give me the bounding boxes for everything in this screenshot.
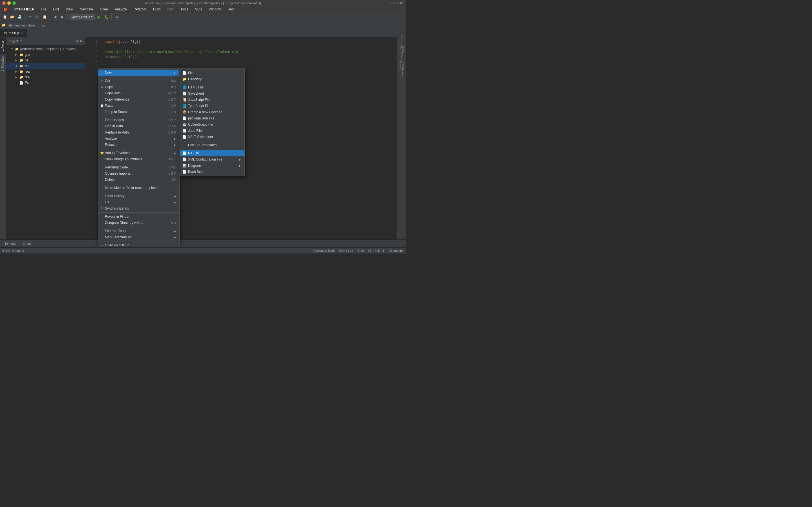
toolbar-btn-copy[interactable]: ⎘ (34, 14, 40, 20)
edit-menu[interactable]: Edit (52, 7, 60, 11)
tree-item-gru[interactable]: ▶ 📁 gru (6, 52, 85, 57)
sub-diagram[interactable]: 📊 Diagram ▶ (180, 163, 245, 169)
right-tab-commander[interactable]: Commander (398, 38, 405, 45)
vtab-project[interactable]: 1: Project (0, 37, 6, 54)
ctx-jump-source[interactable]: Jump to Source F4 (98, 109, 179, 115)
ctx-refactor[interactable]: Refactor ▶ (98, 142, 179, 148)
editor-area[interactable]: 1 requirejs.config({ 2 3 //cdn.jsdelivr.… (85, 37, 397, 245)
sub-ts-file[interactable]: 📘 TypeScript File (180, 103, 245, 109)
right-tab-maven[interactable]: Maven Projects (398, 62, 405, 69)
navigate-menu[interactable]: Navigate (79, 7, 94, 11)
ctx-reveal-finder[interactable]: Reveal in Finder (98, 214, 179, 220)
sub-file[interactable]: 📄 File (180, 70, 245, 76)
window-menu[interactable]: Window (207, 7, 222, 11)
packages-build[interactable]: Packages Build (313, 249, 335, 252)
ctx-mark-directory[interactable]: Mark Directory As ▶ (98, 234, 179, 240)
run-config-dropdown[interactable]: karma.conf.js ▾ (70, 14, 95, 20)
ctx-local-history[interactable]: Local History ▶ (98, 193, 179, 199)
panel-btn-settings[interactable]: ⚙ (80, 39, 83, 43)
ctx-compare-dir[interactable]: Compare Directory with... ⌘D (98, 220, 179, 226)
ctx-replace-in-path[interactable]: Replace in Path... ⌥⌘R (98, 129, 179, 135)
sub-xslt[interactable]: 📄 XSLT Stylesheet (180, 134, 245, 140)
ctx-external-tools[interactable]: External Tools ▶ (98, 228, 179, 234)
view-menu[interactable]: View (64, 7, 74, 11)
toolbar-btn-cut[interactable]: ✂ (27, 14, 33, 20)
toolbar-btn-paste[interactable]: 📋 (42, 14, 48, 20)
tree-item-hel[interactable]: ▶ 📁 hel (6, 57, 85, 63)
tree-item-rea2[interactable]: ▶ 📁 rea (6, 74, 85, 80)
sub-rt-file[interactable]: 📄 RT File (180, 150, 245, 156)
todo-count[interactable]: 6: TO (2, 249, 10, 252)
toolbar-btn-new[interactable]: 📋 (2, 14, 8, 20)
panel-dropdown[interactable]: ▾ (20, 39, 22, 43)
ctx-reformat[interactable]: Reformat Code... ⌥⌘L (98, 164, 179, 170)
ctx-find-usages[interactable]: Find Usages ⌥F7 (98, 117, 179, 123)
git-branch[interactable]: Git: master (389, 249, 404, 252)
refactor-menu[interactable]: Refactor (133, 7, 147, 11)
ctx-copy-ref[interactable]: Copy Reference ⌥⌘C (98, 96, 179, 103)
toolbar-btn-save[interactable]: 💾 (16, 14, 22, 20)
file-menu[interactable]: File (40, 7, 47, 11)
maximize-button[interactable] (12, 1, 16, 5)
ctx-make-module[interactable]: Make Module 'hello-react-templates' (98, 185, 179, 191)
build-menu[interactable]: Build (152, 7, 162, 11)
toolbar-settings-btn[interactable]: ⚙ (114, 14, 120, 20)
right-tab-database[interactable]: Database (398, 54, 405, 61)
tools-menu[interactable]: Tools (179, 7, 190, 11)
help-menu[interactable]: Help (226, 7, 236, 11)
toolbar-btn-forward[interactable]: ▶ (59, 14, 65, 20)
run-menu[interactable]: Run (166, 7, 175, 11)
ctx-cut[interactable]: ✂ Cut ⌘X (98, 78, 179, 84)
sub-bash-script[interactable]: 📄 Bash Script (180, 169, 245, 175)
ctx-open-github[interactable]: ⎈ Open on GitHub (98, 242, 179, 245)
toolbar-btn-open[interactable]: 📂 (9, 14, 15, 20)
close-button[interactable] (2, 1, 6, 5)
tree-item-hel2[interactable]: ▼ 📂 hel (6, 63, 85, 69)
ctx-new[interactable]: New ▶ (98, 69, 179, 76)
tree-item-ext[interactable]: ▶ 📄 Ext (6, 80, 85, 86)
sub-html-file[interactable]: 🌐 HTML File (180, 84, 245, 91)
event-log[interactable]: Event Log (339, 249, 353, 252)
sub-coffeescript[interactable]: ☕ CoffeeScript File (180, 121, 245, 128)
ctx-copy[interactable]: ⎘ Copy ⌘C (98, 84, 179, 90)
sub-new-package[interactable]: 📦 Create a new Package (180, 109, 245, 115)
ctx-paste[interactable]: 📋 Paste ⌘V (98, 103, 179, 109)
ctx-git[interactable]: Git ▶ (98, 199, 179, 205)
vcs-menu[interactable]: VCS (194, 7, 203, 11)
ctx-copy-path[interactable]: Copy Path ⌘⇧C (98, 90, 179, 96)
vtab-favorites[interactable]: 2: Favorites (0, 54, 6, 73)
ctx-copy-label: Copy (105, 85, 166, 89)
sub-jade[interactable]: 📄 Jade File (180, 128, 245, 134)
app-name[interactable]: IntelliJ IDEA (13, 7, 35, 11)
apple-menu[interactable]: 🍎 (2, 7, 9, 11)
ctx-optimize-imports[interactable]: Optimize Imports... ⌥⌘O (98, 170, 179, 177)
tree-root[interactable]: ▼ 📁 generator-react-templates (~Projects… (6, 46, 85, 52)
ctx-add-favorites[interactable]: ⭐ Add to Favorites ▶ (98, 150, 179, 156)
right-tab-idetalk[interactable]: IDETalk (398, 70, 405, 76)
ctx-synchronize[interactable]: ↻ Synchronize 'src' (98, 205, 179, 212)
bottom-tab-grunt[interactable]: Grunt (21, 241, 33, 246)
analyze-menu[interactable]: Analyze (114, 7, 128, 11)
sub-edit-templates[interactable]: Edit File Templates... (180, 142, 245, 148)
ctx-replace-in-path-label: Replace in Path... (105, 130, 162, 134)
sub-js-file[interactable]: 📜 JavaScript File (180, 97, 245, 103)
panel-btn-collapse[interactable]: 🗂 (75, 39, 79, 43)
encoding[interactable]: LF ÷ UTF-8 (368, 249, 384, 252)
tab-main-js[interactable]: JS main.js ✕ (0, 29, 27, 37)
sub-directory[interactable]: 📁 Directory (180, 76, 245, 82)
code-menu[interactable]: Code (99, 7, 109, 11)
tree-item-rea[interactable]: ▶ 📁 rea (6, 69, 85, 74)
sub-stylesheet[interactable]: 📄 Stylesheet (180, 91, 245, 97)
sub-xml-config[interactable]: 📄 XML Configuration File ▶ (180, 156, 245, 163)
tab-close-btn[interactable]: ✕ (21, 32, 23, 35)
ctx-analyze[interactable]: Analyze ▶ (98, 135, 179, 142)
toolbar-run-btn[interactable]: ▶ (96, 14, 102, 20)
toolbar-debug-btn[interactable]: 🐛 (103, 14, 109, 20)
ctx-find-in-path[interactable]: Find in Path... ⌥⇧F (98, 123, 179, 129)
ctx-show-thumbnails[interactable]: Show Image Thumbnails ⌘⇧T (98, 156, 179, 162)
minimize-button[interactable] (7, 1, 11, 5)
toolbar-btn-back[interactable]: ◀ (52, 14, 58, 20)
ctx-delete[interactable]: Delete... ⌦ (98, 177, 179, 183)
sub-package-json[interactable]: 📄 package.json File (180, 115, 245, 121)
bottom-tab-terminal[interactable]: Terminal (2, 241, 18, 246)
